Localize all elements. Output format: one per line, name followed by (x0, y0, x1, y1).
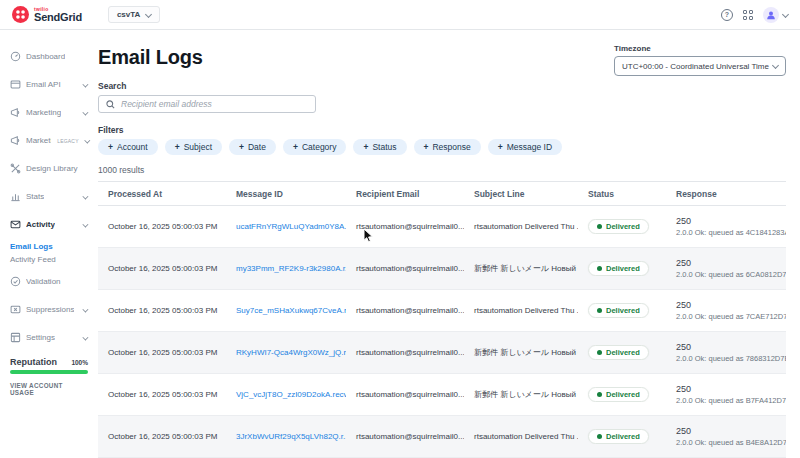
status-dot-icon (597, 224, 602, 229)
timezone-select[interactable]: UTC+00:00 - Coordinated Universal Time (614, 56, 786, 76)
chevron-down-icon (782, 12, 788, 18)
filter-chip[interactable]: + Date (229, 139, 276, 155)
timezone-label: Timezone (614, 44, 786, 53)
sidebar-item-marketing-legacy[interactable]: Marketing LEGACY (10, 132, 88, 149)
timezone-control: Timezone UTC+00:00 - Coordinated Univers… (614, 44, 786, 76)
user-menu[interactable] (763, 7, 788, 23)
filter-chip-label: Account (117, 142, 148, 152)
table-body: October 16, 2025 05:00:03 PM ucatFRnYRgW… (98, 206, 786, 458)
dashboard-icon (10, 51, 21, 62)
timezone-selected-value: UTC+00:00 - Coordinated Universal Time (622, 62, 769, 71)
account-switcher-label: csvTA (117, 10, 140, 19)
response-detail: 2.0.0 Ok: queued as 7CAE712D7B6 (676, 312, 786, 321)
response-code: 250 (676, 342, 786, 352)
response-detail: 2.0.0 Ok: queued as 6CA0812D7EA (676, 270, 786, 279)
main-content: Email Logs Timezone UTC+00:00 - Coordina… (96, 30, 800, 458)
col-header-subject-line: Subject Line (464, 189, 578, 199)
apps-grid-icon[interactable] (743, 10, 753, 20)
sidebar-item-email-logs[interactable]: Email Logs (10, 240, 88, 253)
table-row[interactable]: October 16, 2025 05:00:03 PM Suy7ce_mSHa… (98, 290, 786, 332)
table-row[interactable]: October 16, 2025 05:00:03 PM RKyHWI7-Qca… (98, 332, 786, 374)
sidebar-item-label: Dashboard (26, 52, 65, 61)
sidebar-item-stats[interactable]: Stats (10, 188, 88, 205)
response-code: 250 (676, 426, 786, 436)
sidebar-item-settings[interactable]: Settings (10, 329, 88, 346)
sidebar-nav: Dashboard Email API Marketing Marketing … (0, 30, 96, 458)
reputation-label: Reputation (10, 357, 57, 367)
email-logs-table: Processed At Message ID Recipient Email … (98, 181, 786, 458)
chevron-down-icon (82, 194, 87, 199)
cell-processed-at: October 16, 2025 05:00:03 PM (98, 390, 226, 399)
message-id-link[interactable]: Suy7ce_mSHaXukwq67CveA.r... (236, 306, 346, 315)
message-id-link[interactable]: VjC_vcJjT8O_zzI09D2okA.recv... (236, 390, 346, 399)
plus-icon: + (175, 142, 180, 152)
sidebar-item-activity-feed[interactable]: Activity Feed (10, 253, 88, 266)
filter-chip[interactable]: + Message ID (488, 139, 562, 155)
response-detail: 2.0.0 Ok: queued as 7868312D7B3 (676, 354, 786, 363)
sidebar-item-suppressions[interactable]: Suppressions (10, 301, 88, 318)
table-row[interactable]: October 16, 2025 05:00:03 PM 3JrXbWvURf2… (98, 416, 786, 458)
status-label: Delivered (606, 306, 640, 315)
filter-chip-label: Subject (184, 142, 212, 152)
table-row[interactable]: October 16, 2025 05:00:03 PM VjC_vcJjT8O… (98, 374, 786, 416)
col-header-message-id: Message ID (226, 189, 346, 199)
search-input[interactable]: Recipient email address (98, 95, 316, 113)
reputation-value: 100% (71, 359, 88, 366)
plus-icon: + (424, 142, 429, 152)
activity-subnav: Email Logs Activity Feed (10, 240, 88, 266)
filter-chip[interactable]: + Response (414, 139, 481, 155)
chevron-down-icon (145, 12, 151, 18)
filter-chip[interactable]: + Status (353, 139, 406, 155)
search-icon (106, 100, 115, 109)
sidebar-item-label: Stats (26, 192, 44, 201)
message-id-link[interactable]: 3JrXbWvURf29qX5qLVh82Q.r... (236, 432, 346, 441)
col-header-recipient-email: Recipient Email (346, 189, 464, 199)
sidebar-item-validation[interactable]: Validation (10, 273, 88, 290)
sidebar-item-design-library[interactable]: Design Library (10, 160, 88, 177)
sendgrid-brand[interactable]: twilio SendGrid (12, 6, 82, 23)
filter-chip[interactable]: + Account (98, 139, 158, 155)
sidebar-item-activity[interactable]: Activity (10, 216, 88, 233)
sidebar-item-label: Email API (26, 80, 61, 89)
cell-processed-at: October 16, 2025 05:00:03 PM (98, 222, 226, 231)
message-id-link[interactable]: ucatFRnYRgWLuQYadm0Y8A.r... (236, 222, 346, 231)
account-switcher[interactable]: csvTA (108, 6, 160, 23)
plus-icon: + (363, 142, 368, 152)
sidebar-item-label: Settings (26, 333, 55, 342)
status-label: Delivered (606, 432, 640, 441)
cell-processed-at: October 16, 2025 05:00:03 PM (98, 306, 226, 315)
chevron-down-icon (82, 307, 87, 312)
stats-icon (10, 191, 21, 202)
col-header-status: Status (578, 189, 666, 199)
sidebar-item-dashboard[interactable]: Dashboard (10, 48, 88, 65)
response-detail: 2.0.0 Ok: queued as B7FA412D7CE (676, 396, 786, 405)
table-row[interactable]: October 16, 2025 05:00:03 PM my33Pmm_RF2… (98, 248, 786, 290)
filter-chip-label: Status (372, 142, 396, 152)
help-icon[interactable]: ? (721, 9, 733, 21)
status-badge: Delivered (588, 345, 649, 360)
suppressions-icon (10, 304, 21, 315)
cell-recipient-email: rtsautomation@squirrelmail0... (346, 222, 464, 231)
view-account-usage-link[interactable]: VIEW ACCOUNT USAGE (10, 382, 88, 396)
response-code: 250 (676, 258, 786, 268)
status-label: Delivered (606, 390, 640, 399)
message-id-link[interactable]: RKyHWI7-Qca4WrgX0Wz_jQ.r... (236, 348, 346, 357)
col-header-processed-at: Processed At (98, 189, 226, 199)
status-dot-icon (597, 434, 602, 439)
table-row[interactable]: October 16, 2025 05:00:03 PM ucatFRnYRgW… (98, 206, 786, 248)
sidebar-item-email-api[interactable]: Email API (10, 76, 88, 93)
response-code: 250 (676, 300, 786, 310)
cell-recipient-email: rtsautomation@squirrelmail0... (346, 306, 464, 315)
status-badge: Delivered (588, 261, 649, 276)
response-detail: 2.0.0 Ok: queued as B4E8A12D7CC (676, 438, 786, 447)
message-id-link[interactable]: my33Pmm_RF2K9-r3k2980A.r... (236, 264, 346, 273)
chevron-down-icon (84, 138, 88, 143)
cell-subject-line: rtsautomation Delivered Thu ... (464, 432, 578, 441)
sidebar-item-marketing[interactable]: Marketing (10, 104, 88, 121)
cell-recipient-email: rtsautomation@squirrelmail0... (346, 264, 464, 273)
filter-chip[interactable]: + Subject (165, 139, 222, 155)
response-code: 250 (676, 384, 786, 394)
twilio-logo-icon (12, 6, 29, 23)
filter-chip[interactable]: + Category (283, 139, 346, 155)
status-dot-icon (597, 392, 602, 397)
